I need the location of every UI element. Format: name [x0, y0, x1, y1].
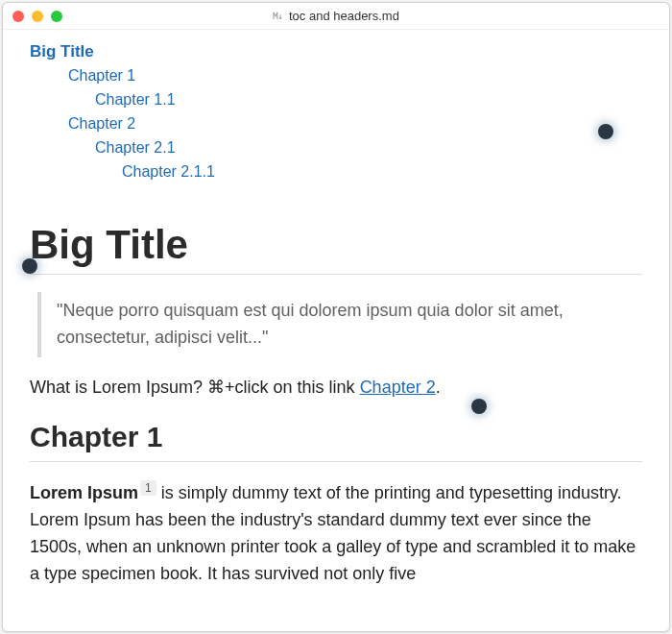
toc-root-link[interactable]: Big Title	[30, 42, 94, 61]
annotation-dot-icon	[598, 124, 613, 139]
window-title: toc and headers.md	[289, 9, 399, 23]
toc-link[interactable]: Chapter 2	[68, 115, 135, 132]
intro-link-chapter-2[interactable]: Chapter 2	[360, 378, 436, 397]
traffic-lights	[12, 11, 62, 22]
document-content: Big Title Chapter 1 Chapter 1.1 Chapter …	[3, 30, 669, 631]
toc-root[interactable]: Big Title	[30, 39, 642, 64]
intro-paragraph: What is Lorem Ipsum? ⌘+click on this lin…	[30, 375, 642, 402]
heading-rule	[30, 461, 642, 462]
toc-item[interactable]: Chapter 1	[30, 64, 642, 88]
toc-item[interactable]: Chapter 2	[30, 112, 642, 136]
h1-big-title: Big Title	[30, 222, 642, 268]
toc-item[interactable]: Chapter 2.1.1	[30, 160, 642, 184]
annotation-dot-icon	[471, 399, 487, 414]
heading-rule	[30, 274, 642, 275]
close-window-button[interactable]	[12, 11, 24, 22]
toc-link[interactable]: Chapter 1.1	[95, 91, 176, 108]
toc-item[interactable]: Chapter 2.1	[30, 136, 642, 160]
window-title-wrap: M↓ toc and headers.md	[3, 9, 669, 23]
intro-suffix: .	[436, 378, 441, 397]
markdown-file-icon: M↓	[273, 12, 283, 21]
app-window: M↓ toc and headers.md Big Title Chapter …	[2, 2, 670, 632]
h2-chapter-1: Chapter 1	[30, 421, 642, 453]
footnote-ref[interactable]: 1	[140, 480, 156, 496]
toc-item[interactable]: Chapter 1.1	[30, 88, 642, 112]
titlebar: M↓ toc and headers.md	[3, 3, 669, 30]
minimize-window-button[interactable]	[32, 11, 43, 22]
maximize-window-button[interactable]	[51, 11, 62, 22]
toc-link[interactable]: Chapter 2.1.1	[122, 163, 215, 180]
intro-text: What is Lorem Ipsum? ⌘+click on this lin…	[30, 378, 360, 397]
table-of-contents: Big Title Chapter 1 Chapter 1.1 Chapter …	[30, 39, 642, 183]
chapter-1-paragraph: Lorem Ipsum1 is simply dummy text of the…	[30, 479, 642, 588]
para-strong: Lorem Ipsum	[30, 483, 138, 502]
blockquote: "Neque porro quisquam est qui dolorem ip…	[37, 292, 642, 357]
toc-link[interactable]: Chapter 2.1	[95, 139, 176, 156]
toc-link[interactable]: Chapter 1	[68, 67, 135, 84]
annotation-dot-icon	[22, 258, 37, 274]
